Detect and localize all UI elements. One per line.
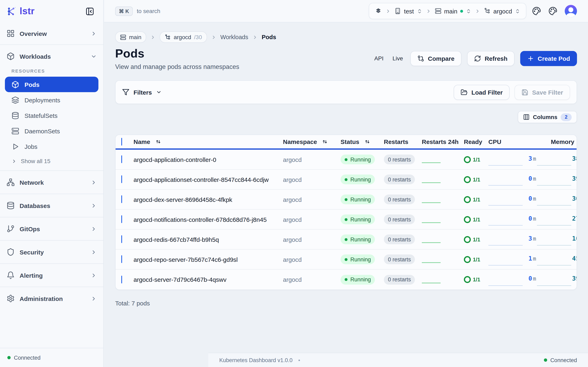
column-header-name[interactable]: Name [134, 138, 283, 145]
status-badge: Running [341, 215, 375, 224]
row-checkbox[interactable] [121, 155, 122, 163]
folder-open-icon [461, 89, 468, 96]
pod-name[interactable]: argocd-applicationset-controller-8547cc8… [134, 176, 283, 183]
sidebar-item-jobs[interactable]: Jobs [5, 139, 98, 154]
database-icon [7, 201, 15, 210]
pod-name[interactable]: argocd-application-controller-0 [134, 156, 283, 163]
ready-cell: 1/1 [464, 176, 488, 183]
table-row[interactable]: argocd-application-controller-0 argocd R… [116, 150, 577, 170]
status-dot [345, 258, 347, 261]
table-toolbar: Columns 2 [115, 111, 577, 123]
live-button[interactable]: Live [391, 55, 405, 62]
sidebar-item-deployments[interactable]: Deployments [5, 92, 98, 108]
cpu-cell: 0m [488, 269, 537, 290]
memory-cell: 27 [537, 210, 577, 229]
chevron-right-icon [252, 34, 258, 40]
columns-button[interactable]: Columns 2 [518, 111, 577, 123]
context-selector[interactable]: main [435, 8, 471, 15]
select-all-checkbox[interactable] [121, 138, 122, 145]
page-subtitle: View and manage pods across namespaces [115, 63, 373, 71]
server-icon [120, 34, 126, 40]
column-header-ready[interactable]: Ready [464, 138, 488, 145]
table-row[interactable]: argocd-notifications-controller-678dc68d… [116, 210, 577, 230]
row-checkbox[interactable] [121, 215, 122, 223]
row-checkbox[interactable] [121, 275, 122, 283]
sidebar-divider [0, 44, 103, 45]
status-dot [345, 218, 347, 221]
pod-name[interactable]: argocd-notifications-controller-678dc68d… [134, 216, 283, 223]
user-avatar[interactable] [565, 5, 577, 17]
pod-name[interactable]: argocd-dex-server-8696d458c-4fkpk [134, 196, 283, 203]
column-header-namespace[interactable]: Namespace [283, 138, 341, 145]
play-icon [11, 142, 19, 150]
breadcrumb-current-page: Pods [262, 34, 276, 40]
status-badge: Running [341, 275, 375, 284]
breadcrumb-namespace-pill[interactable]: argocd /30 [160, 31, 207, 43]
filters-toggle[interactable]: Filters [122, 89, 162, 96]
column-header-memory[interactable]: Memory [537, 138, 577, 145]
row-checkbox[interactable] [121, 255, 122, 263]
memory-sparkline [537, 245, 571, 245]
sidebar-item-label: DaemonSets [25, 127, 60, 134]
tree-icon [165, 34, 171, 40]
table-row[interactable]: argocd-dex-server-8696d458c-4fkpk argocd… [116, 190, 577, 210]
show-all-label: Show all 15 [21, 158, 51, 164]
cpu-sparkline [488, 265, 523, 266]
sidebar-item-pods[interactable]: Pods [5, 77, 98, 92]
chevron-right-icon [211, 34, 216, 40]
theme-palette-button[interactable] [532, 6, 543, 16]
column-header-cpu[interactable]: CPU [488, 138, 537, 145]
table-row[interactable]: argocd-repo-server-7b567c74c6-gd9sl argo… [116, 250, 577, 269]
pod-name[interactable]: argocd-repo-server-7b567c74c6-gd9sl [134, 256, 283, 263]
create-pod-button[interactable]: Create Pod [520, 51, 577, 66]
restarts-24h-sparkline [422, 202, 441, 203]
sidebar-item-workloads[interactable]: Workloads [0, 48, 103, 64]
load-filter-button[interactable]: Load Filter [454, 85, 510, 100]
row-checkbox[interactable] [121, 175, 122, 183]
status-badge: Running [341, 194, 375, 204]
column-header-status[interactable]: Status [341, 138, 384, 145]
refresh-button[interactable]: Refresh [467, 51, 515, 66]
sidebar-item-gitops[interactable]: GitOps [0, 217, 103, 240]
sidebar-item-daemonsets[interactable]: DaemonSets [5, 123, 98, 139]
sidebar-item-databases[interactable]: Databases [0, 194, 103, 217]
server-icon [435, 8, 441, 14]
table-row[interactable]: argocd-redis-667cb74ffd-b9h5q argocd Run… [116, 230, 577, 250]
search-shortcut-kbd[interactable]: ⌘ K [115, 6, 133, 16]
status-dot [345, 278, 347, 281]
sidebar-item-overview[interactable]: Overview [0, 25, 103, 42]
cluster-selector[interactable]: test [395, 8, 422, 15]
table-row[interactable]: argocd-applicationset-controller-8547cc8… [116, 170, 577, 190]
sidebar-item-statefulsets[interactable]: StatefulSets [5, 108, 98, 123]
column-header-restarts[interactable]: Restarts [384, 138, 422, 145]
sidebar-item-label: Administration [20, 295, 63, 302]
breadcrumb-context-pill[interactable]: main [115, 31, 146, 43]
sidebar-collapse-button[interactable] [85, 7, 94, 16]
ready-ring-icon [464, 256, 471, 263]
cpu-sparkline [488, 285, 523, 286]
breadcrumb-section-link[interactable]: Workloads [220, 34, 248, 40]
pod-namespace: argocd [283, 276, 341, 283]
namespace-selector[interactable]: argocd [484, 8, 520, 15]
color-scheme-button[interactable] [548, 6, 559, 16]
pod-name[interactable]: argocd-redis-667cb74ffd-b9h5q [134, 236, 283, 243]
layers-stack-icon[interactable] [375, 8, 382, 15]
table-row[interactable]: argocd-server-7d79c6467b-4qswv argocd Ru… [116, 269, 577, 290]
table-header-row: Name Namespace Status [116, 135, 577, 150]
sidebar-show-all[interactable]: Show all 15 [0, 154, 103, 168]
sidebar-item-administration[interactable]: Administration [0, 287, 103, 310]
memory-sparkline [537, 165, 571, 166]
sidebar-item-security[interactable]: Security [0, 241, 103, 263]
sidebar-item-alerting[interactable]: Alerting [0, 264, 103, 287]
row-checkbox[interactable] [121, 195, 122, 203]
save-filter-button[interactable]: Save Filter [515, 85, 570, 100]
column-header-restarts-24h[interactable]: Restarts 24h [422, 138, 464, 145]
pod-name[interactable]: argocd-server-7d79c6467b-4qswv [134, 276, 283, 283]
chevron-right-icon [386, 8, 391, 14]
sidebar-item-network[interactable]: Network [0, 171, 103, 194]
api-button[interactable]: API [373, 55, 385, 62]
memory-sparkline [537, 265, 571, 266]
row-checkbox[interactable] [121, 235, 122, 243]
ready-cell: 1/1 [464, 256, 488, 263]
compare-button[interactable]: Compare [410, 51, 461, 66]
